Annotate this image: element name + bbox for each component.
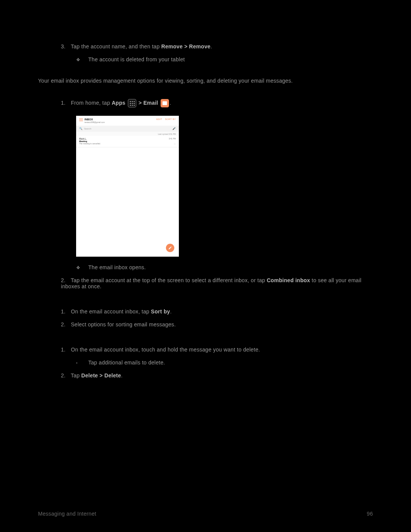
inbox-title: INBOX: [84, 118, 105, 121]
sort-step-2: 2. Select options for sorting email mess…: [61, 321, 373, 328]
email-preview: The meeting is cancelled.: [79, 142, 176, 145]
text: .: [121, 372, 123, 379]
bold-email: Email: [143, 100, 158, 106]
apps-icon: [128, 99, 136, 107]
search-row[interactable]: 🔍 Search 🎤: [76, 126, 179, 132]
inbox-actions: EDIT SORT BY: [154, 118, 176, 120]
separator: >: [139, 100, 143, 106]
page-footer: Messaging and Internet 96: [38, 511, 373, 517]
square-bullet-icon: ▪: [76, 361, 87, 365]
step-3: 3. Tap the account name, and then tap Re…: [61, 43, 373, 50]
text: On the email account inbox, touch and ho…: [71, 347, 260, 353]
open-inbox-step-2: 2. Tap the email account at the top of t…: [61, 277, 373, 289]
step-number: 3.: [61, 43, 69, 50]
delete-step-1: 1. On the email account inbox, touch and…: [61, 347, 373, 353]
text: The account is deleted from your tablet: [88, 56, 185, 62]
delete-step-2: 2. Tap Delete > Delete.: [61, 372, 373, 379]
email-list-item[interactable]: Rich L. Meeting The meeting is cancelled…: [76, 136, 179, 147]
result-line: ❖ The email inbox opens.: [76, 264, 373, 270]
bold-text: Combined inbox: [267, 277, 310, 283]
result-line: ❖ The account is deleted from your table…: [76, 56, 373, 62]
step-number: 2.: [61, 321, 69, 328]
delete-substep: ▪ Tap additional emails to delete.: [76, 359, 373, 366]
text: On the email account inbox, tap: [71, 308, 151, 315]
step-number: 2.: [61, 372, 69, 379]
text: Select options for sorting email message…: [71, 321, 176, 328]
step-number: 1.: [61, 100, 69, 106]
email-icon: [161, 99, 169, 107]
menu-icon[interactable]: [79, 118, 83, 121]
compose-icon: [168, 246, 172, 250]
text: .: [210, 43, 212, 50]
text: From home, tap: [71, 100, 112, 106]
diamond-bullet-icon: ❖: [76, 265, 87, 270]
text: .: [170, 308, 172, 315]
email-time: 3:41 PM: [169, 137, 176, 140]
edit-button[interactable]: EDIT: [156, 118, 162, 120]
open-inbox-step-1: 1. From home, tap Apps > Email .: [61, 99, 373, 107]
bold-text: Delete > Delete: [81, 372, 121, 379]
text: Tap: [71, 372, 81, 379]
last-sync-label: Last synced 3:51 PM: [76, 132, 179, 136]
text: Tap the account name, and then tap: [71, 43, 161, 50]
text: .: [170, 100, 171, 106]
footer-page-number: 96: [367, 511, 373, 517]
diamond-bullet-icon: ❖: [76, 57, 87, 62]
star-icon[interactable]: ☆: [174, 142, 176, 145]
email-inbox-screenshot: INBOX testacct308@gmail.com EDIT SORT BY…: [76, 116, 179, 257]
mic-icon[interactable]: 🎤: [172, 127, 176, 130]
email-from: Rich L.: [79, 137, 176, 140]
text: Tap additional emails to delete.: [88, 359, 165, 366]
bold-text: Remove > Remove: [161, 43, 210, 50]
sort-step-1: 1. On the email account inbox, tap Sort …: [61, 308, 373, 315]
step-number: 1.: [61, 347, 69, 353]
sortby-button[interactable]: SORT BY: [165, 118, 176, 120]
step-number: 2.: [61, 277, 69, 283]
account-label[interactable]: testacct308@gmail.com: [84, 121, 105, 123]
text: Tap the email account at the top of the …: [71, 277, 267, 283]
section-intro: Your email inbox provides management opt…: [38, 78, 373, 84]
search-icon: 🔍: [79, 127, 83, 130]
bold-text: Sort by: [151, 308, 170, 315]
footer-section: Messaging and Internet: [38, 511, 96, 517]
search-placeholder: Search: [84, 128, 91, 130]
bold-apps: Apps: [112, 100, 125, 106]
text: The email inbox opens.: [88, 264, 146, 270]
step-number: 1.: [61, 308, 69, 315]
compose-fab[interactable]: [166, 244, 174, 252]
